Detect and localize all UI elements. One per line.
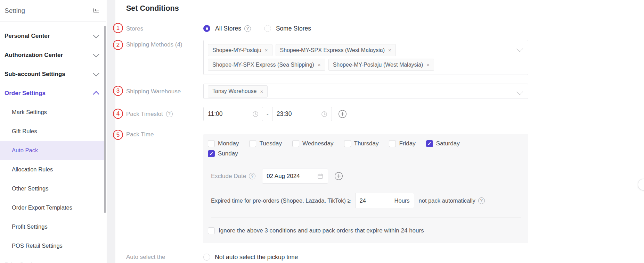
chevron-down-icon — [516, 88, 523, 95]
shipping-warehouse-label-cell: 3 Shipping Warehouse — [126, 88, 203, 95]
sunday-checkbox[interactable] — [208, 150, 215, 157]
weekday-option[interactable]: Sunday — [208, 149, 238, 158]
wednesday-checkbox[interactable] — [292, 140, 299, 147]
exclude-date-value: 02 Aug 2024 — [267, 173, 300, 180]
weekday-option[interactable]: Monday — [208, 139, 239, 148]
auto-pickup-label: Auto select the pickup time — [126, 252, 182, 263]
weekday-option[interactable]: Friday — [389, 139, 415, 148]
stores-row: 1 Stores All Stores ? Some Stores — [126, 22, 644, 35]
shipping-methods-label: Shipping Methods (4) — [126, 41, 182, 48]
all-stores-help-icon[interactable]: ? — [244, 25, 251, 32]
sidebar-scrollbar[interactable] — [104, 26, 106, 213]
collapse-sidebar-icon[interactable] — [92, 7, 100, 15]
ignore-conditions-checkbox[interactable] — [208, 227, 215, 234]
weekday-label: Saturday — [436, 140, 460, 147]
sidebar-item-other-settings[interactable]: Other Settings — [0, 179, 106, 198]
pack-timeslot-controls: 11:00 - 23:30 — [203, 107, 347, 121]
sidebar-item-gift-rules[interactable]: Gift Rules — [0, 122, 106, 141]
ignore-conditions-label[interactable]: Ignore the above 3 conditions and auto p… — [219, 227, 424, 234]
saturday-checkbox[interactable] — [426, 140, 433, 147]
sidebar-item-print-settings[interactable]: Print Settings — [0, 255, 106, 263]
tuesday-checkbox[interactable] — [249, 140, 256, 147]
chevron-down-icon — [516, 45, 523, 52]
sidebar-subitem-label: Mark Settings — [12, 109, 47, 116]
pack-timeslot-help-icon[interactable]: ? — [166, 111, 173, 117]
page-title: Set Conditions — [126, 3, 644, 14]
add-timeslot-icon[interactable] — [338, 109, 347, 119]
all-stores-radio[interactable] — [203, 25, 210, 32]
sidebar-item-pos-retail-settings[interactable]: POS Retail Settings — [0, 236, 106, 255]
sidebar-subitem-label: Profit Settings — [12, 223, 48, 230]
remove-tag-icon[interactable]: × — [426, 62, 430, 67]
weekday-label: Friday — [399, 140, 415, 147]
set-conditions-panel: Set Conditions 1 Stores All Stores ? Som… — [115, 0, 644, 263]
shipping-method-tag: Shopee-MY-SPX Express (West Malaysia) × — [276, 44, 396, 56]
exclude-date-input[interactable]: 02 Aug 2024 — [262, 169, 328, 184]
some-stores-radio[interactable] — [264, 25, 271, 32]
pack-timeslot-row: 4 Pack Timeslot ? 11:00 - 23:30 — [126, 107, 644, 121]
sidebar-item-auto-pack[interactable]: Auto Pack — [0, 141, 106, 160]
sidebar-item-allocation-rules[interactable]: Allocation Rules — [0, 160, 106, 179]
sidebar-item-sub-account-settings[interactable]: Sub-account Settings — [0, 65, 106, 84]
sidebar-item-personal-center[interactable]: Personal Center — [0, 26, 106, 45]
sidebar-header: Setting — [0, 0, 106, 22]
weekday-option[interactable]: Saturday — [426, 139, 460, 148]
all-stores-option-label[interactable]: All Stores — [215, 25, 241, 32]
not-auto-pickup-radio[interactable] — [203, 254, 210, 261]
auto-pack-settings-page: Setting Personal Center Authorization Ce… — [0, 0, 644, 263]
weekday-label: Sunday — [218, 150, 238, 157]
auto-pickup-row: Auto select the pickup time Not auto sel… — [126, 251, 644, 263]
tag-label: Shopee-MY-SPX Express (West Malaysia) — [280, 47, 385, 53]
tag-label: Shopee-MY-Poslaju — [212, 47, 261, 53]
tag-label: Shopee-MY-SPX Express (Sea Shipping) — [212, 62, 314, 68]
annotation-circle-3: 3 — [113, 86, 123, 96]
timeslot-start-input[interactable]: 11:00 — [203, 107, 263, 121]
expired-hours-input[interactable]: 24 Hours — [355, 193, 414, 208]
some-stores-option-label[interactable]: Some Stores — [276, 25, 311, 32]
expired-time-prefix: Expired time for pre-orders (Shopee, Laz… — [211, 197, 351, 204]
warehouse-tag: Tansy Warehouse × — [208, 85, 268, 97]
add-exclude-date-icon[interactable] — [334, 171, 343, 181]
pack-timeslot-label-cell: 4 Pack Timeslot ? — [126, 110, 203, 118]
exclude-date-help-icon[interactable]: ? — [249, 173, 255, 179]
timeslot-start-value: 11:00 — [208, 110, 223, 118]
panel-divider — [211, 218, 521, 218]
friday-checkbox[interactable] — [389, 140, 396, 147]
remove-tag-icon[interactable]: × — [265, 48, 268, 53]
shipping-warehouse-select[interactable]: Tansy Warehouse × — [203, 84, 528, 99]
pack-time-panel: Monday Tuesday Wednesday Thursday — [203, 134, 528, 243]
thursday-checkbox[interactable] — [344, 140, 351, 147]
shipping-warehouse-row: 3 Shipping Warehouse Tansy Warehouse × — [126, 84, 644, 99]
sidebar-subitem-label: Auto Pack — [12, 147, 38, 154]
sidebar-item-order-settings[interactable]: Order Settings — [0, 84, 106, 103]
monday-checkbox[interactable] — [208, 140, 215, 147]
sidebar-item-label: Print Settings — [5, 262, 43, 263]
shipping-methods-multiselect[interactable]: Shopee-MY-Poslaju × Shopee-MY-SPX Expres… — [203, 40, 528, 75]
shipping-methods-row: 2 Shipping Methods (4) Shopee-MY-Poslaju… — [126, 40, 644, 75]
weekday-label: Monday — [218, 140, 239, 147]
sidebar-item-profit-settings[interactable]: Profit Settings — [0, 217, 106, 236]
remove-tag-icon[interactable]: × — [388, 48, 391, 53]
tag-label: Shopee-MY-Poslaju (West Malaysia) — [333, 62, 423, 68]
pack-time-row: 5 Pack Time Monday Tuesday — [126, 134, 644, 243]
weekday-option[interactable]: Tuesday — [249, 139, 282, 148]
remove-tag-icon[interactable]: × — [260, 89, 263, 94]
sidebar-item-authorization-center[interactable]: Authorization Center — [0, 45, 106, 65]
remove-tag-icon[interactable]: × — [318, 62, 321, 67]
expired-hours-unit: Hours — [394, 197, 410, 204]
sidebar-subitem-label: POS Retail Settings — [12, 243, 63, 249]
pack-time-label-cell: 5 Pack Time — [126, 131, 203, 243]
stores-label: Stores — [126, 25, 143, 32]
sidebar-item-mark-settings[interactable]: Mark Settings — [0, 103, 106, 122]
sidebar-item-order-export-templates[interactable]: Order Export Templates — [0, 198, 106, 217]
sidebar-subitem-label: Order Export Templates — [12, 204, 72, 211]
timeslot-end-input[interactable]: 23:30 — [272, 107, 332, 121]
expired-time-help-icon[interactable]: ? — [478, 197, 485, 204]
chevron-down-icon — [93, 32, 99, 38]
timeslot-end-value: 23:30 — [277, 110, 292, 118]
weekday-option[interactable]: Wednesday — [292, 139, 333, 148]
clock-icon — [321, 111, 327, 117]
not-auto-pickup-option-label[interactable]: Not auto select the pickup time — [215, 254, 298, 261]
weekday-option[interactable]: Thursday — [344, 139, 379, 148]
calendar-icon — [317, 173, 324, 179]
